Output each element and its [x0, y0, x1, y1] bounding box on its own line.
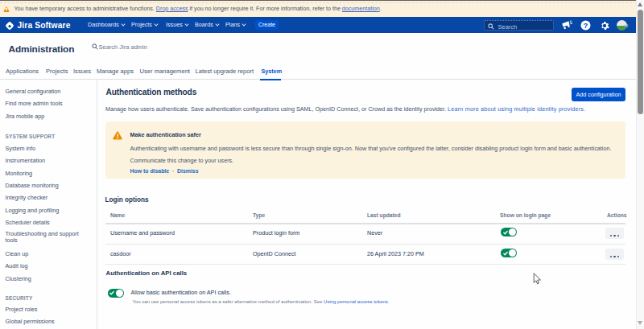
- svg-text:?: ?: [584, 22, 588, 30]
